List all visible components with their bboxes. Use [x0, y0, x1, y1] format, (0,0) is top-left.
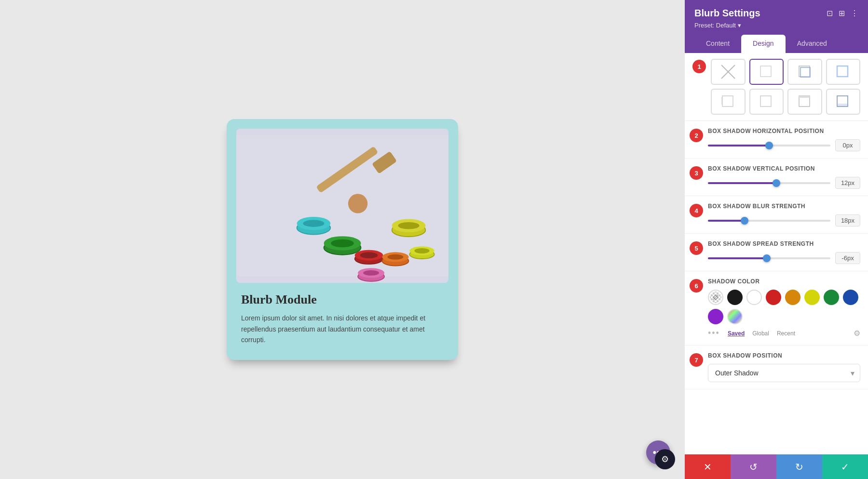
svg-rect-33 [760, 96, 771, 106]
step-6-badge: 6 [690, 279, 703, 293]
swatch-white[interactable] [746, 290, 762, 305]
position-content: Box Shadow Position Outer Shadow Inner S… [708, 352, 860, 382]
svg-point-21 [414, 248, 429, 253]
blurb-text: Lorem ipsum dolor sit amet. In nisi dolo… [241, 313, 444, 345]
swatch-red[interactable] [766, 290, 781, 305]
spread-slider-row: -6px [708, 252, 860, 264]
reset-button[interactable]: ↺ [731, 454, 776, 479]
swatch-black[interactable] [727, 290, 743, 305]
blurb-content: Blurb Module Lorem ipsum dolor sit amet.… [236, 283, 448, 350]
step-2-badge: 2 [690, 129, 703, 142]
swatch-yellow[interactable] [804, 290, 820, 305]
shadow-style-7[interactable] [826, 89, 861, 115]
blurb-card: Blurb Module Lorem ipsum dolor sit amet.… [227, 119, 458, 359]
blur-slider[interactable] [708, 220, 830, 222]
svg-rect-35 [799, 96, 810, 98]
swatch-orange[interactable] [785, 290, 800, 305]
section-spread: 5 Box Shadow Spread Strength -6px [685, 234, 868, 271]
step-3-badge: 3 [690, 166, 703, 180]
color-more-dots[interactable]: ••• [708, 328, 720, 338]
svg-rect-29 [800, 67, 810, 77]
cancel-button[interactable]: ✕ [685, 454, 731, 479]
color-tab-recent[interactable]: Recent [777, 330, 795, 337]
svg-point-9 [331, 240, 354, 248]
tab-advanced[interactable]: Advanced [786, 35, 839, 53]
swatch-purple[interactable] [708, 309, 723, 324]
shadow-style-2[interactable] [787, 59, 822, 85]
blurb-image [236, 129, 448, 283]
spread-label: Box Shadow Spread Strength [708, 240, 860, 247]
tab-content[interactable]: Content [694, 35, 741, 53]
panel-footer: ✕ ↺ ↻ ✓ [685, 454, 868, 479]
color-tab-saved[interactable]: Saved [728, 330, 745, 337]
section-color: 6 Shadow Color [685, 271, 868, 346]
color-content: Shadow Color ••• [708, 278, 860, 338]
vertical-label: Box Shadow Vertical Position [708, 165, 860, 172]
position-label: Box Shadow Position [708, 352, 860, 359]
svg-line-38 [713, 295, 718, 300]
svg-point-6 [303, 220, 324, 227]
shadow-style-3[interactable] [826, 59, 861, 85]
position-dropdown-container: Outer Shadow Inner Shadow ▾ [708, 364, 860, 382]
horizontal-slider-row: 0px [708, 139, 860, 151]
divi-icon[interactable]: ⚙ [655, 449, 675, 469]
horizontal-value[interactable]: 0px [835, 139, 860, 151]
horizontal-content: Box Shadow Horizontal Position 0px [708, 128, 860, 151]
color-tabs-row: ••• Saved Global Recent ⚙ [708, 328, 860, 338]
section-position: 7 Box Shadow Position Outer Shadow Inner… [685, 346, 868, 389]
shadow-style-none[interactable] [711, 59, 746, 85]
fullscreen-icon[interactable]: ⊡ [827, 9, 833, 18]
swatch-green[interactable] [824, 290, 839, 305]
shadow-style-5[interactable] [749, 89, 784, 115]
position-dropdown[interactable]: Outer Shadow Inner Shadow [708, 364, 860, 382]
blur-slider-row: 18px [708, 214, 860, 226]
step-7-badge: 7 [690, 353, 703, 367]
color-settings-icon[interactable]: ⚙ [854, 329, 860, 338]
color-label: Shadow Color [708, 278, 860, 285]
svg-rect-32 [721, 97, 722, 105]
step-5-badge: 5 [690, 241, 703, 255]
blurb-title: Blurb Module [241, 293, 444, 307]
svg-point-18 [388, 254, 404, 260]
confirm-button[interactable]: ✓ [822, 454, 868, 479]
section-vertical: 3 Box Shadow Vertical Position 12px [685, 159, 868, 196]
panel-header-top: Blurb Settings ⊡ ⊞ ⋮ [694, 8, 858, 19]
spread-slider[interactable] [708, 257, 830, 259]
svg-rect-27 [760, 66, 771, 77]
horizontal-slider[interactable] [708, 145, 830, 146]
blur-label: Box Shadow Blur Strength [708, 203, 860, 210]
panel-preset[interactable]: Preset: Default ▾ [694, 22, 858, 29]
svg-rect-30 [837, 66, 848, 77]
svg-point-12 [398, 222, 420, 229]
toy-scene-svg [236, 129, 448, 283]
section-blur: 4 Box Shadow Blur Strength 18px [685, 196, 868, 234]
shadow-style-6[interactable] [787, 89, 822, 115]
step-4-badge: 4 [690, 204, 703, 217]
panel-title: Blurb Settings [694, 8, 760, 19]
swatch-blue[interactable] [843, 290, 858, 305]
shadow-style-4[interactable] [711, 89, 746, 115]
swatch-transparent[interactable] [708, 290, 723, 305]
color-swatches [708, 290, 860, 324]
spread-content: Box Shadow Spread Strength -6px [708, 240, 860, 264]
vertical-value[interactable]: 12px [835, 177, 860, 189]
blur-value[interactable]: 18px [835, 214, 860, 226]
tab-design[interactable]: Design [741, 35, 786, 53]
redo-button[interactable]: ↻ [776, 454, 822, 479]
swatch-custom[interactable] [727, 309, 743, 324]
columns-icon[interactable]: ⊞ [839, 9, 845, 18]
shadow-style-1[interactable] [749, 59, 784, 85]
color-tab-global[interactable]: Global [752, 330, 769, 337]
spread-value[interactable]: -6px [835, 252, 860, 264]
svg-point-3 [348, 194, 367, 213]
panel-tabs: Content Design Advanced [694, 35, 858, 53]
panel-header-icons: ⊡ ⊞ ⋮ [827, 9, 858, 18]
settings-panel: Blurb Settings ⊡ ⊞ ⋮ Preset: Default ▾ C… [685, 0, 868, 479]
more-icon[interactable]: ⋮ [851, 9, 858, 18]
vertical-slider-row: 12px [708, 177, 860, 189]
vertical-content: Box Shadow Vertical Position 12px [708, 165, 860, 189]
vertical-slider[interactable] [708, 182, 830, 184]
panel-body[interactable]: 1 [685, 53, 868, 454]
canvas-area: Blurb Module Lorem ipsum dolor sit amet.… [0, 0, 685, 479]
panel-header: Blurb Settings ⊡ ⊞ ⋮ Preset: Default ▾ C… [685, 0, 868, 53]
